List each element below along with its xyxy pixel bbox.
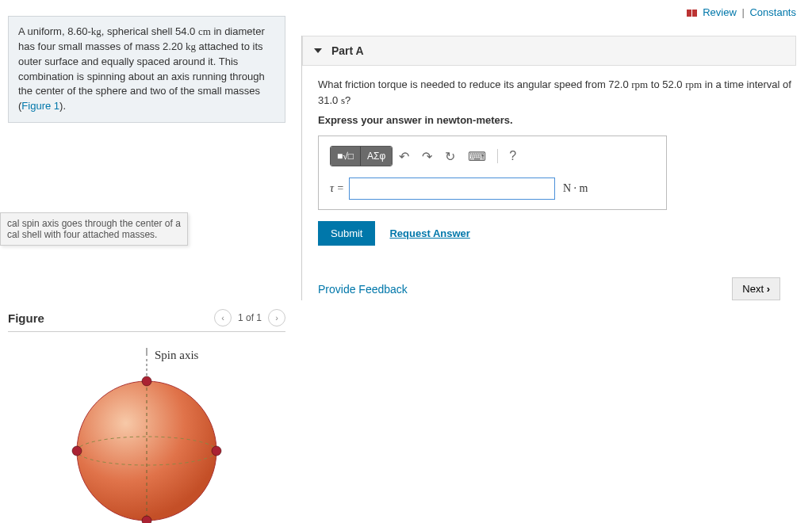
symbols-button[interactable]: ΑΣφ (361, 147, 392, 166)
unit-label: N · m (563, 182, 588, 195)
problem-statement: A uniform, 8.60-kg, spherical shell 54.0… (8, 16, 285, 123)
request-answer-link[interactable]: Request Answer (389, 227, 469, 239)
figure-image: Spin axis (8, 332, 285, 523)
undo-icon[interactable]: ↶ (393, 149, 416, 164)
review-link[interactable]: Review (703, 6, 737, 18)
figure-counter: 1 of 1 (232, 312, 268, 323)
part-a-label: Part A (331, 44, 364, 57)
book-icon (687, 10, 697, 17)
figure-panel: Figure ‹ 1 of 1 › Spin axis (8, 309, 285, 523)
answer-input[interactable] (349, 178, 555, 200)
top-links: Review | Constants (687, 6, 796, 18)
provide-feedback-link[interactable]: Provide Feedback (318, 283, 408, 296)
keyboard-icon[interactable]: ⌨ (462, 149, 492, 164)
answer-instruction: Express your answer in newton-meters. (318, 114, 796, 126)
svg-point-5 (142, 376, 151, 386)
spin-axis-label: Spin axis (155, 349, 199, 361)
answer-box: ■√□ ΑΣφ ↶ ↷ ↻ ⌨ ? τ = N · m (318, 136, 667, 210)
figure-title: Figure (8, 311, 214, 325)
figure-link[interactable]: Figure 1 (21, 100, 59, 112)
templates-button[interactable]: ■√□ (331, 147, 361, 166)
chevron-right-icon: › (767, 283, 770, 295)
figure-prev-button[interactable]: ‹ (214, 309, 232, 326)
constants-link[interactable]: Constants (749, 6, 796, 18)
left-column: A uniform, 8.60-kg, spherical shell 54.0… (0, 16, 293, 123)
submit-button[interactable]: Submit (318, 221, 375, 246)
reset-icon[interactable]: ↻ (439, 149, 462, 164)
answer-toolbar: ■√□ ΑΣφ ↶ ↷ ↻ ⌨ ? (330, 146, 655, 166)
right-column: Part A What friction torque is needed to… (301, 36, 804, 300)
help-icon[interactable]: ? (503, 149, 523, 163)
svg-point-7 (72, 446, 82, 456)
figure-next-button[interactable]: › (268, 309, 285, 326)
question-text: What friction torque is needed to reduce… (318, 77, 796, 108)
collapse-caret-icon (314, 48, 322, 53)
part-a-header[interactable]: Part A (302, 36, 796, 66)
tau-label: τ = (330, 182, 344, 195)
next-button[interactable]: Next › (732, 277, 780, 300)
tooltip-hint: cal spin axis goes through the center of… (0, 212, 188, 246)
svg-point-8 (212, 446, 221, 456)
redo-icon[interactable]: ↷ (416, 149, 439, 164)
